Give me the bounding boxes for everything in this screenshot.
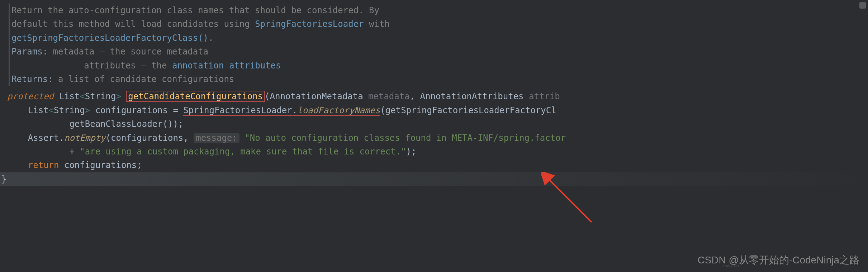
gutter-icon[interactable] bbox=[859, 2, 866, 9]
doc-line: default this method will load candidates… bbox=[11, 17, 868, 31]
underlined-call: SpringFactoriesLoader.loadFactoryNames bbox=[183, 105, 380, 116]
doc-params: attributes – the annotation attributes bbox=[11, 59, 868, 72]
code-line[interactable]: protected List<String> getCandidateConfi… bbox=[0, 90, 868, 103]
doc-class-link[interactable]: SpringFactoriesLoader bbox=[255, 19, 364, 29]
code-line[interactable]: List<String> configurations = SpringFact… bbox=[0, 104, 868, 117]
code-editor[interactable]: Return the auto-configuration class name… bbox=[0, 0, 868, 186]
code-line[interactable]: } bbox=[0, 172, 868, 186]
doc-link[interactable]: annotation bbox=[172, 61, 224, 71]
doc-returns: Returns: a list of candidate configurati… bbox=[11, 72, 868, 86]
doc-line: Return the auto-configuration class name… bbox=[11, 4, 868, 17]
doc-params: Params: metadata – the source metadata bbox=[11, 45, 868, 58]
watermark: CSDN @从零开始的-CodeNinja之路 bbox=[697, 252, 859, 268]
code-line[interactable]: Assert.notEmpty(configurations, message:… bbox=[0, 131, 868, 145]
doc-line: getSpringFactoriesLoaderFactoryClass(). bbox=[11, 31, 868, 45]
javadoc-block: Return the auto-configuration class name… bbox=[9, 4, 868, 86]
code-line[interactable]: return configurations; bbox=[0, 158, 868, 172]
code-line[interactable]: + "are using a custom packaging, make su… bbox=[0, 145, 868, 158]
code-line[interactable]: getBeanClassLoader()); bbox=[0, 117, 868, 131]
doc-method-link[interactable]: getSpringFactoriesLoaderFactoryClass() bbox=[11, 33, 208, 43]
parameter-hint: message: bbox=[194, 133, 239, 143]
method-name-highlight: getCandidateConfigurations bbox=[126, 91, 265, 102]
doc-link[interactable]: attributes bbox=[229, 61, 281, 71]
